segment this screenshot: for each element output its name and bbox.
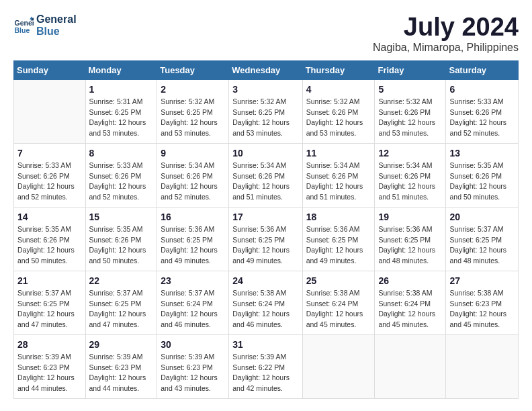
day-info-line: and 50 minutes. bbox=[449, 192, 515, 203]
day-info-line: and 44 minutes. bbox=[17, 383, 82, 394]
day-cell: 10Sunrise: 5:34 AMSunset: 6:26 PMDayligh… bbox=[229, 143, 302, 207]
day-info-line: Sunrise: 5:34 AM bbox=[161, 161, 225, 171]
day-cell: 22Sunrise: 5:37 AMSunset: 6:25 PMDayligh… bbox=[85, 271, 157, 334]
logo-line1: General bbox=[36, 13, 77, 26]
day-info-line: Daylight: 12 hours bbox=[232, 373, 298, 383]
day-number: 29 bbox=[89, 339, 154, 350]
day-info: Sunrise: 5:39 AMSunset: 6:22 PMDaylight:… bbox=[232, 352, 298, 394]
day-info: Sunrise: 5:39 AMSunset: 6:23 PMDaylight:… bbox=[17, 352, 82, 394]
day-number: 7 bbox=[17, 148, 82, 158]
day-info: Sunrise: 5:32 AMSunset: 6:25 PMDaylight:… bbox=[161, 97, 225, 139]
day-info-line: Sunrise: 5:38 AM bbox=[378, 288, 442, 299]
day-info-line: and 49 minutes. bbox=[232, 256, 298, 267]
day-info-line: Sunset: 6:26 PM bbox=[232, 171, 298, 182]
day-cell: 30Sunrise: 5:39 AMSunset: 6:23 PMDayligh… bbox=[157, 334, 229, 398]
day-info-line: Sunset: 6:26 PM bbox=[378, 171, 442, 182]
day-info: Sunrise: 5:34 AMSunset: 6:26 PMDaylight:… bbox=[306, 161, 371, 203]
day-info: Sunrise: 5:39 AMSunset: 6:23 PMDaylight:… bbox=[161, 352, 225, 394]
day-info-line: Sunrise: 5:32 AM bbox=[306, 97, 371, 107]
day-info-line: Sunrise: 5:39 AM bbox=[17, 352, 82, 363]
day-info-line: and 52 minutes. bbox=[89, 192, 154, 203]
day-info-line: Sunrise: 5:34 AM bbox=[232, 161, 298, 171]
day-info-line: Sunset: 6:26 PM bbox=[17, 171, 82, 182]
day-info-line: Daylight: 12 hours bbox=[161, 373, 225, 383]
header-cell-monday: Monday bbox=[85, 60, 157, 79]
day-info-line: Sunrise: 5:35 AM bbox=[449, 161, 515, 171]
day-number: 21 bbox=[17, 275, 82, 286]
svg-text:Blue: Blue bbox=[15, 26, 30, 34]
day-info-line: Sunrise: 5:37 AM bbox=[449, 224, 515, 235]
day-info-line: Daylight: 12 hours bbox=[449, 118, 515, 128]
day-info-line: and 51 minutes. bbox=[306, 192, 371, 203]
day-cell: 20Sunrise: 5:37 AMSunset: 6:25 PMDayligh… bbox=[446, 207, 519, 271]
day-info-line: Sunrise: 5:38 AM bbox=[306, 288, 371, 299]
day-info-line: and 44 minutes. bbox=[89, 383, 154, 394]
day-info-line: Daylight: 12 hours bbox=[449, 309, 515, 320]
day-cell: 13Sunrise: 5:35 AMSunset: 6:26 PMDayligh… bbox=[446, 143, 519, 207]
day-cell bbox=[14, 79, 86, 143]
day-info-line: Daylight: 12 hours bbox=[232, 118, 298, 128]
day-cell: 25Sunrise: 5:38 AMSunset: 6:24 PMDayligh… bbox=[302, 271, 375, 334]
day-info-line: and 53 minutes. bbox=[89, 128, 154, 139]
day-cell: 24Sunrise: 5:38 AMSunset: 6:24 PMDayligh… bbox=[229, 271, 302, 334]
day-info-line: Sunrise: 5:39 AM bbox=[89, 352, 154, 363]
day-cell bbox=[446, 334, 519, 398]
day-info-line: and 50 minutes. bbox=[17, 256, 82, 267]
day-info: Sunrise: 5:32 AMSunset: 6:25 PMDaylight:… bbox=[232, 97, 298, 139]
day-cell: 19Sunrise: 5:36 AMSunset: 6:25 PMDayligh… bbox=[375, 207, 446, 271]
day-cell: 16Sunrise: 5:36 AMSunset: 6:25 PMDayligh… bbox=[157, 207, 229, 271]
day-info-line: Sunrise: 5:33 AM bbox=[89, 161, 154, 171]
day-number: 30 bbox=[161, 339, 225, 350]
day-info-line: Sunrise: 5:36 AM bbox=[232, 224, 298, 235]
day-info-line: Daylight: 12 hours bbox=[17, 181, 82, 192]
day-info-line: and 52 minutes. bbox=[161, 192, 225, 203]
day-info: Sunrise: 5:33 AMSunset: 6:26 PMDaylight:… bbox=[449, 97, 515, 139]
day-cell: 9Sunrise: 5:34 AMSunset: 6:26 PMDaylight… bbox=[157, 143, 229, 207]
day-info: Sunrise: 5:34 AMSunset: 6:26 PMDaylight:… bbox=[232, 161, 298, 203]
day-info-line: Sunrise: 5:33 AM bbox=[17, 161, 82, 171]
day-info-line: Sunset: 6:25 PM bbox=[161, 107, 225, 118]
day-cell: 28Sunrise: 5:39 AMSunset: 6:23 PMDayligh… bbox=[14, 334, 86, 398]
day-info-line: Daylight: 12 hours bbox=[306, 309, 371, 320]
day-info-line: Sunset: 6:26 PM bbox=[449, 107, 515, 118]
day-info-line: and 45 minutes. bbox=[378, 320, 442, 330]
calendar-table: SundayMondayTuesdayWednesdayThursdayFrid… bbox=[13, 60, 519, 399]
week-row-3: 14Sunrise: 5:35 AMSunset: 6:26 PMDayligh… bbox=[14, 207, 519, 271]
day-info-line: Daylight: 12 hours bbox=[306, 118, 371, 128]
day-number: 27 bbox=[449, 275, 515, 286]
day-info-line: and 53 minutes. bbox=[378, 128, 442, 139]
day-number: 17 bbox=[232, 212, 298, 222]
day-info-line: Daylight: 12 hours bbox=[378, 245, 442, 256]
day-info-line: Sunset: 6:25 PM bbox=[17, 299, 82, 310]
day-info-line: Sunrise: 5:37 AM bbox=[161, 288, 225, 299]
day-info-line: and 43 minutes. bbox=[161, 383, 225, 394]
day-info: Sunrise: 5:36 AMSunset: 6:25 PMDaylight:… bbox=[232, 224, 298, 267]
day-info: Sunrise: 5:35 AMSunset: 6:26 PMDaylight:… bbox=[449, 161, 515, 203]
day-number: 2 bbox=[161, 84, 225, 95]
day-info: Sunrise: 5:37 AMSunset: 6:25 PMDaylight:… bbox=[89, 288, 154, 330]
day-cell: 15Sunrise: 5:35 AMSunset: 6:26 PMDayligh… bbox=[85, 207, 157, 271]
day-info-line: Sunset: 6:26 PM bbox=[89, 235, 154, 246]
day-info-line: Sunset: 6:25 PM bbox=[378, 235, 442, 246]
day-info-line: Sunset: 6:26 PM bbox=[89, 171, 154, 182]
day-info-line: Sunset: 6:26 PM bbox=[449, 171, 515, 182]
day-info-line: Sunset: 6:24 PM bbox=[161, 299, 225, 310]
day-info: Sunrise: 5:36 AMSunset: 6:25 PMDaylight:… bbox=[378, 224, 442, 267]
day-info-line: Sunset: 6:23 PM bbox=[449, 299, 515, 310]
day-info-line: Sunset: 6:22 PM bbox=[232, 363, 298, 373]
day-cell: 21Sunrise: 5:37 AMSunset: 6:25 PMDayligh… bbox=[14, 271, 86, 334]
day-info: Sunrise: 5:38 AMSunset: 6:24 PMDaylight:… bbox=[378, 288, 442, 330]
day-number: 20 bbox=[449, 212, 515, 222]
week-row-2: 7Sunrise: 5:33 AMSunset: 6:26 PMDaylight… bbox=[14, 143, 519, 207]
day-info-line: Daylight: 12 hours bbox=[89, 245, 154, 256]
day-info-line: Daylight: 12 hours bbox=[161, 181, 225, 192]
logo-icon: General Blue bbox=[13, 15, 34, 36]
day-info-line: and 42 minutes. bbox=[232, 383, 298, 394]
day-number: 22 bbox=[89, 275, 154, 286]
day-cell: 2Sunrise: 5:32 AMSunset: 6:25 PMDaylight… bbox=[157, 79, 229, 143]
day-info-line: Daylight: 12 hours bbox=[449, 245, 515, 256]
day-info-line: and 51 minutes. bbox=[378, 192, 442, 203]
day-number: 1 bbox=[89, 84, 154, 95]
day-info-line: Daylight: 12 hours bbox=[161, 118, 225, 128]
day-info-line: Sunrise: 5:39 AM bbox=[161, 352, 225, 363]
